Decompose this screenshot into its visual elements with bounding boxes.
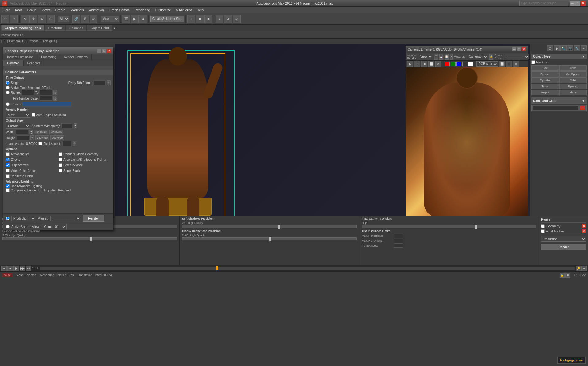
prev-frame[interactable]: ◀ [7,266,13,271]
check-atmospherics[interactable] [6,152,10,156]
check-render-hidden[interactable] [59,152,62,156]
reuse-production-dropdown[interactable]: Production [541,236,586,242]
graphite-expand[interactable]: ▸ [114,26,116,30]
menu-animation[interactable]: Animation [86,8,106,13]
radio-range[interactable] [6,91,10,94]
every-nth-down[interactable]: ▼ [107,83,111,85]
obj-cone[interactable]: Cone [559,65,587,71]
right-btn4[interactable]: 📷 [567,45,573,51]
toolbar-layer[interactable]: ≡ [216,15,223,23]
check-compute[interactable] [6,188,10,192]
graphite-tab-freeform[interactable]: Freeform [45,25,65,31]
cam-lock[interactable]: 🔒 [489,54,493,60]
height-up[interactable]: ▲ [30,135,34,138]
pixel-up[interactable]: ▲ [73,141,76,144]
toolbar-bind[interactable]: ☍ [90,15,97,23]
check-displacement[interactable] [6,163,10,167]
height-input[interactable]: 3600 [17,135,29,140]
reuse-fg-close[interactable]: ✕ [582,229,586,233]
toolbar-scale[interactable]: ⬡ [47,15,55,23]
obj-torus[interactable]: Torus [531,84,559,89]
tab-processing[interactable]: Processing [37,54,60,60]
cam-max[interactable]: □ [517,47,521,51]
aperture-down[interactable]: ▼ [74,126,77,128]
tab-renderer[interactable]: Renderer [24,60,44,66]
obj-geosphere[interactable]: GeoSphere [559,71,587,77]
menu-tools[interactable]: Tools [12,8,25,13]
right-btn6[interactable]: ≡ [581,45,587,51]
menu-graph-editors[interactable]: Graph Editors [106,8,132,13]
range-to-down[interactable]: ▼ [53,92,57,95]
menu-group[interactable]: Group [25,8,39,13]
toolbar-isolate[interactable]: ◎ [233,15,241,23]
object-color-swatch[interactable] [580,106,585,110]
radio-frames[interactable] [6,102,10,106]
toolbar-redo[interactable]: ↷ [10,15,18,23]
fg-slider[interactable] [362,225,536,228]
cam-btn3[interactable]: 📋 [445,54,449,60]
radio-active[interactable] [6,86,10,89]
menu-customize[interactable]: Customize [153,8,174,13]
view-camera-dropdown[interactable]: Camera01 [42,224,67,229]
glossy-refr-handle[interactable] [269,237,271,241]
maximize-button[interactable]: □ [575,1,580,6]
height-down[interactable]: ▼ [30,138,34,140]
obj-pyramid[interactable]: Pyramid [559,84,587,89]
every-nth-input[interactable]: 1 [94,80,106,85]
filter-dropdown[interactable]: All [58,16,69,22]
glossy-refl-slider[interactable] [2,237,177,240]
reuse-geometry-close[interactable]: ✕ [582,224,586,228]
view-dropdown[interactable]: View [101,16,119,22]
dialog-close[interactable]: ✕ [107,49,111,53]
frames-input[interactable]: 1,3,5-12 [22,102,71,107]
cam-btn4[interactable]: ✕ [450,54,453,60]
radio-production[interactable] [6,217,10,220]
every-nth-up[interactable]: ▲ [107,80,111,83]
obj-cylinder[interactable]: Cylinder [531,77,559,83]
file-number-input[interactable]: 0 [40,96,52,101]
menu-views[interactable]: Views [39,8,53,13]
tab-render-elements[interactable]: Render Elements [60,54,92,60]
output-size-dropdown[interactable]: Custom [6,123,30,129]
res-800x600[interactable]: 800×600 [50,135,64,140]
color-blue[interactable] [456,62,461,66]
toolbar-render[interactable]: ▶ [131,15,139,23]
pixel-aspect-input[interactable]: 1.0 [62,141,71,146]
check-effects[interactable] [6,158,10,161]
cam-viewport-dropdown[interactable]: Camera01 [467,54,488,59]
cam-pause[interactable]: ⏸ [414,61,420,67]
width-up[interactable]: ▲ [29,130,33,132]
toolbar-move[interactable]: ✛ [29,15,37,23]
production-dropdown[interactable]: Production [11,216,36,221]
menu-create[interactable]: Create [53,8,68,13]
width-down[interactable]: ▼ [29,132,33,134]
toolbar-link[interactable]: 🔗 [72,15,80,23]
check-use-advanced[interactable] [6,184,10,188]
obj-plane[interactable]: Plane [559,90,587,95]
right-btn2[interactable]: ◆ [554,45,560,51]
aperture-input[interactable]: 36.0 [61,123,72,128]
object-name-input[interactable] [533,106,578,111]
tab-common[interactable]: Common [3,60,24,66]
cam-channel-btn2[interactable]: ⬛ [506,61,512,67]
toolbar-scene[interactable]: 🗂 [224,15,232,23]
graphite-tab-modeling[interactable]: Graphite Modeling Tools [1,25,44,31]
next-frame[interactable]: ▶▶ [20,266,25,271]
file-num-down[interactable]: ▼ [53,98,57,101]
res-320x240[interactable]: 320×240 [34,130,48,134]
toolbar-rotate[interactable]: ↻ [38,15,46,23]
color-white[interactable] [468,62,473,66]
check-render-fields[interactable] [6,174,10,178]
cam-render-btn[interactable]: ▶ [407,61,413,67]
range-to-up[interactable]: ▲ [53,90,57,92]
cam-preset-dropdown[interactable]: —————— [505,54,529,59]
key-mode[interactable]: 🔑 [576,266,581,271]
toolbar-material[interactable]: ◆ [139,15,147,23]
close-button[interactable]: ✕ [581,1,586,6]
menu-rendering[interactable]: Rendering [132,8,153,13]
go-end[interactable]: ⏭ [26,266,31,271]
keyword-search[interactable] [519,1,568,6]
obj-type-collapse[interactable]: ▼ [582,55,585,58]
auto-key[interactable]: A [581,266,587,271]
menu-help[interactable]: Help [194,8,206,13]
